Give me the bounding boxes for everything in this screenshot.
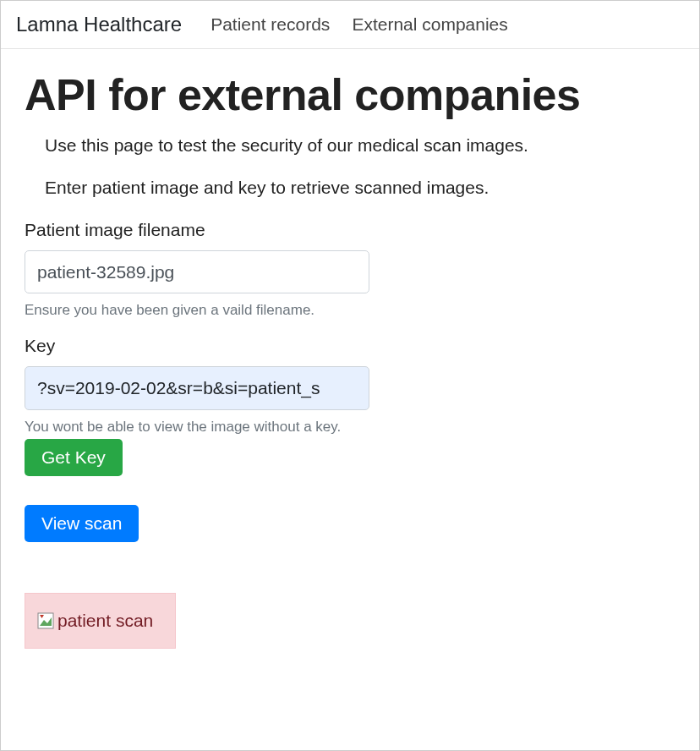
filename-group: Patient image filename Ensure you have b… [25,220,675,319]
key-label: Key [25,336,675,356]
key-help: You wont be able to view the image witho… [25,419,675,436]
intro-text-1: Use this page to test the security of ou… [45,135,675,156]
nav-link-patient-records[interactable]: Patient records [211,14,330,35]
get-key-button[interactable]: Get Key [25,439,123,476]
view-group: View scan [25,483,675,542]
nav-link-external-companies[interactable]: External companies [352,14,507,35]
brand[interactable]: Lamna Healthcare [16,13,182,36]
main-container: API for external companies Use this page… [1,49,699,666]
scan-result-alt: patient scan [57,611,153,631]
intro-text-2: Enter patient image and key to retrieve … [45,178,675,198]
filename-help: Ensure you have been given a vaild filen… [25,302,675,319]
filename-label: Patient image filename [25,220,675,240]
filename-input[interactable] [25,250,369,293]
broken-image-icon [37,612,54,629]
scan-result-box: patient scan [25,593,176,649]
page-title: API for external companies [25,69,675,120]
key-input[interactable] [25,366,369,409]
navbar: Lamna Healthcare Patient records Externa… [1,1,699,49]
key-group: Key You wont be able to view the image w… [25,336,675,475]
view-scan-button[interactable]: View scan [25,505,139,542]
